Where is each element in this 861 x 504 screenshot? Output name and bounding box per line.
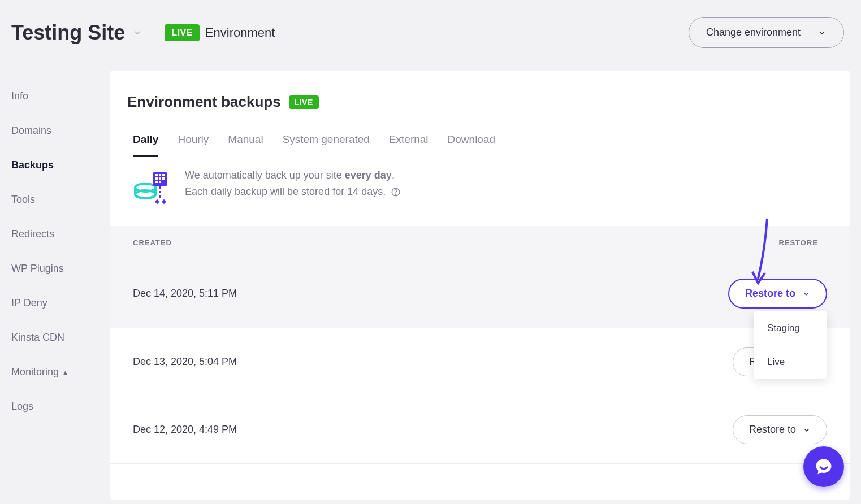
tab-manual[interactable]: Manual (228, 128, 263, 157)
main-panel: Environment backups LIVE Daily Hourly Ma… (110, 71, 850, 500)
sidebar-item-label: IP Deny (11, 297, 47, 309)
site-title: Testing Site (11, 21, 125, 45)
sidebar-item-logs[interactable]: Logs (11, 389, 102, 424)
info-text-part: . (392, 170, 395, 181)
panel-header: Environment backups LIVE (110, 93, 850, 128)
monitoring-indicator-icon: ▲ (62, 369, 68, 376)
tab-download[interactable]: Download (448, 128, 496, 157)
backup-tabs: Daily Hourly Manual System generated Ext… (110, 128, 850, 157)
sidebar-item-label: Kinsta CDN (11, 332, 64, 344)
sidebar-item-tools[interactable]: Tools (11, 183, 102, 217)
svg-point-15 (396, 194, 396, 194)
dropdown-item-live[interactable]: Live (754, 345, 827, 379)
sidebar-item-domains[interactable]: Domains (11, 114, 102, 148)
chevron-down-icon (802, 290, 810, 298)
tab-system-generated[interactable]: System generated (283, 128, 370, 157)
tab-daily[interactable]: Daily (133, 128, 158, 157)
sidebar-item-label: Info (11, 90, 28, 102)
restore-dropdown: Staging Live (754, 311, 827, 379)
sidebar-item-kinsta-cdn[interactable]: Kinsta CDN (11, 320, 102, 355)
sidebar-item-label: Monitoring (11, 366, 59, 378)
sidebar-item-label: Backups (11, 159, 54, 171)
created-cell: Dec 12, 2020, 4:49 PM (133, 424, 237, 436)
sidebar: Info Domains Backups Tools Redirects WP … (0, 79, 102, 424)
sidebar-item-label: Redirects (11, 228, 54, 240)
tab-external[interactable]: External (389, 128, 429, 157)
chat-icon (814, 457, 834, 477)
created-cell: Dec 13, 2020, 5:04 PM (133, 356, 237, 368)
help-icon[interactable] (391, 187, 401, 197)
sidebar-item-ip-deny[interactable]: IP Deny (11, 286, 102, 320)
restore-label: Restore to (749, 424, 796, 436)
env-label: Environment (205, 25, 275, 40)
sidebar-item-monitoring[interactable]: Monitoring ▲ (11, 355, 102, 389)
restore-to-button[interactable]: Restore to (733, 415, 827, 444)
sidebar-item-wp-plugins[interactable]: WP Plugins (11, 251, 102, 286)
svg-rect-8 (162, 177, 165, 180)
site-switcher-chevron-icon[interactable] (133, 28, 142, 37)
backup-table-header: CREATED RESTORE (110, 226, 850, 259)
change-environment-label: Change environment (706, 27, 801, 38)
svg-rect-7 (159, 177, 161, 180)
svg-rect-9 (155, 181, 158, 183)
chat-fab[interactable] (803, 446, 844, 487)
sidebar-item-backups[interactable]: Backups (11, 148, 102, 183)
svg-rect-12 (155, 199, 159, 204)
tab-hourly[interactable]: Hourly (178, 128, 209, 157)
svg-rect-10 (159, 181, 161, 183)
sidebar-item-info[interactable]: Info (11, 79, 102, 114)
backup-row: Dec 12, 2020, 4:49 PM Restore to (110, 396, 850, 464)
info-text-part: We automatically back up your site (185, 170, 345, 181)
restore-to-button[interactable]: Restore to (728, 279, 827, 309)
col-restore: RESTORE (778, 238, 818, 247)
svg-rect-4 (159, 174, 161, 176)
backup-row: Dec 13, 2020, 5:04 PM Restore to (110, 328, 850, 396)
panel-live-badge: LIVE (289, 95, 319, 109)
col-created: CREATED (133, 238, 172, 247)
backup-info-text: We automatically back up your site every… (185, 167, 401, 200)
backup-info: We automatically back up your site every… (110, 157, 850, 226)
sidebar-item-label: Tools (11, 194, 35, 206)
created-cell: Dec 14, 2020, 5:11 PM (133, 288, 237, 299)
page-header: Testing Site LIVE Environment Change env… (0, 0, 861, 71)
env-live-badge: LIVE (165, 24, 200, 41)
sidebar-item-label: Domains (11, 125, 51, 137)
svg-rect-5 (162, 174, 165, 176)
info-text-part: Each daily backup will be stored for 14 … (185, 186, 386, 197)
sidebar-item-redirects[interactable]: Redirects (11, 217, 102, 251)
svg-rect-3 (155, 174, 158, 176)
svg-rect-6 (155, 177, 158, 180)
chevron-down-icon (803, 426, 811, 434)
sidebar-item-label: WP Plugins (11, 263, 64, 275)
restore-label: Restore to (745, 288, 795, 299)
backup-illustration-icon (131, 167, 170, 209)
backup-row: Dec 14, 2020, 5:11 PM Restore to Staging… (110, 259, 850, 328)
svg-rect-13 (162, 199, 166, 204)
chevron-down-icon (817, 28, 827, 37)
panel-title: Environment backups (127, 93, 281, 111)
info-text-strong: every day (345, 170, 392, 181)
change-environment-button[interactable]: Change environment (689, 17, 844, 48)
dropdown-item-staging[interactable]: Staging (754, 311, 827, 345)
sidebar-item-label: Logs (11, 401, 33, 412)
